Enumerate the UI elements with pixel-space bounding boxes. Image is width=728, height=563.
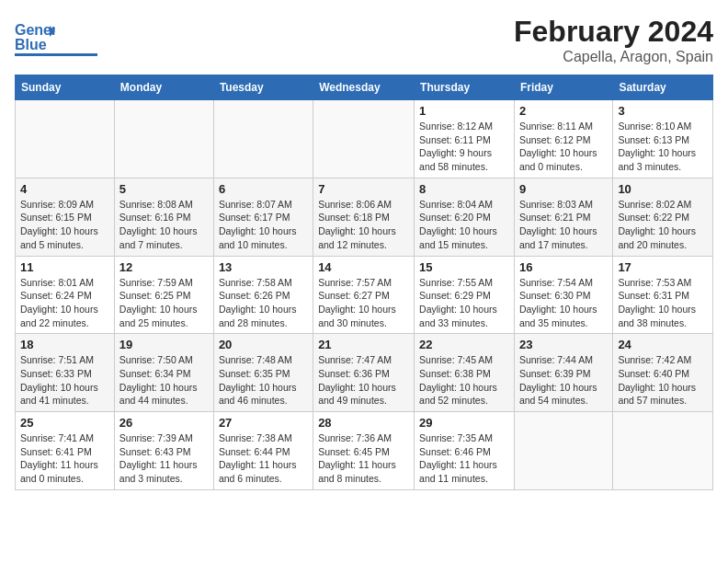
day-info: Sunrise: 7:45 AM Sunset: 6:38 PM Dayligh… xyxy=(419,353,509,408)
calendar-day-cell: 23Sunrise: 7:44 AM Sunset: 6:39 PM Dayli… xyxy=(514,334,612,412)
day-number: 25 xyxy=(20,416,109,430)
calendar-day-cell xyxy=(16,100,115,178)
day-info: Sunrise: 7:55 AM Sunset: 6:29 PM Dayligh… xyxy=(419,276,509,330)
day-number: 7 xyxy=(318,182,409,196)
day-info: Sunrise: 7:53 AM Sunset: 6:31 PM Dayligh… xyxy=(618,276,708,330)
day-of-week-header: SundayMondayTuesdayWednesdayThursdayFrid… xyxy=(16,75,713,100)
day-number: 5 xyxy=(119,182,209,196)
day-number: 19 xyxy=(119,338,209,351)
day-number: 26 xyxy=(119,416,209,430)
logo-icon: General Blue xyxy=(15,18,55,53)
day-number: 28 xyxy=(318,416,409,430)
day-number: 8 xyxy=(419,182,509,196)
calendar-week-row: 1Sunrise: 8:12 AM Sunset: 6:11 PM Daylig… xyxy=(16,100,713,178)
day-info: Sunrise: 8:01 AM Sunset: 6:24 PM Dayligh… xyxy=(20,276,109,330)
calendar-day-cell: 4Sunrise: 8:09 AM Sunset: 6:15 PM Daylig… xyxy=(16,178,115,256)
day-info: Sunrise: 7:59 AM Sunset: 6:25 PM Dayligh… xyxy=(119,276,209,330)
calendar-table: SundayMondayTuesdayWednesdayThursdayFrid… xyxy=(15,75,713,490)
day-number: 17 xyxy=(618,260,708,274)
calendar-day-cell xyxy=(613,412,713,490)
calendar-day-cell: 14Sunrise: 7:57 AM Sunset: 6:27 PM Dayli… xyxy=(313,256,415,334)
day-number: 4 xyxy=(20,182,109,196)
calendar-day-cell: 24Sunrise: 7:42 AM Sunset: 6:40 PM Dayli… xyxy=(613,334,713,412)
calendar-day-cell: 10Sunrise: 8:02 AM Sunset: 6:22 PM Dayli… xyxy=(613,178,713,256)
day-info: Sunrise: 7:35 AM Sunset: 6:46 PM Dayligh… xyxy=(419,431,509,486)
day-number: 12 xyxy=(119,260,209,274)
day-number: 27 xyxy=(219,416,308,430)
page-header: General Blue February 2024 Capella, Arag… xyxy=(15,15,713,65)
calendar-day-cell: 26Sunrise: 7:39 AM Sunset: 6:43 PM Dayli… xyxy=(114,412,213,490)
day-number: 23 xyxy=(519,338,608,351)
svg-text:General: General xyxy=(15,22,55,38)
day-info: Sunrise: 7:39 AM Sunset: 6:43 PM Dayligh… xyxy=(119,431,209,486)
day-number: 22 xyxy=(419,338,509,351)
day-info: Sunrise: 7:36 AM Sunset: 6:45 PM Dayligh… xyxy=(318,431,409,486)
dow-header-cell: Thursday xyxy=(415,75,515,100)
calendar-day-cell: 25Sunrise: 7:41 AM Sunset: 6:41 PM Dayli… xyxy=(16,412,115,490)
calendar-day-cell xyxy=(313,100,415,178)
dow-header-cell: Wednesday xyxy=(313,75,415,100)
calendar-day-cell: 6Sunrise: 8:07 AM Sunset: 6:17 PM Daylig… xyxy=(213,178,313,256)
title-block: February 2024 Capella, Aragon, Spain xyxy=(514,15,713,65)
calendar-day-cell: 18Sunrise: 7:51 AM Sunset: 6:33 PM Dayli… xyxy=(16,334,115,412)
day-number: 6 xyxy=(219,182,308,196)
day-info: Sunrise: 7:48 AM Sunset: 6:35 PM Dayligh… xyxy=(219,353,308,408)
calendar-day-cell: 16Sunrise: 7:54 AM Sunset: 6:30 PM Dayli… xyxy=(514,256,612,334)
calendar-day-cell: 9Sunrise: 8:03 AM Sunset: 6:21 PM Daylig… xyxy=(514,178,612,256)
day-info: Sunrise: 7:54 AM Sunset: 6:30 PM Dayligh… xyxy=(519,276,608,330)
day-number: 11 xyxy=(20,260,109,274)
day-number: 18 xyxy=(20,338,109,351)
day-info: Sunrise: 7:50 AM Sunset: 6:34 PM Dayligh… xyxy=(119,353,209,408)
dow-header-cell: Sunday xyxy=(16,75,115,100)
day-number: 10 xyxy=(618,182,708,196)
day-number: 2 xyxy=(519,104,608,118)
calendar-day-cell xyxy=(114,100,213,178)
day-info: Sunrise: 7:57 AM Sunset: 6:27 PM Dayligh… xyxy=(318,276,409,330)
day-info: Sunrise: 8:06 AM Sunset: 6:18 PM Dayligh… xyxy=(318,198,409,252)
logo-underline xyxy=(15,53,97,56)
day-info: Sunrise: 8:09 AM Sunset: 6:15 PM Dayligh… xyxy=(20,198,109,252)
day-info: Sunrise: 8:08 AM Sunset: 6:16 PM Dayligh… xyxy=(119,198,209,252)
calendar-day-cell: 27Sunrise: 7:38 AM Sunset: 6:44 PM Dayli… xyxy=(213,412,313,490)
calendar-day-cell: 5Sunrise: 8:08 AM Sunset: 6:16 PM Daylig… xyxy=(114,178,213,256)
calendar-day-cell: 12Sunrise: 7:59 AM Sunset: 6:25 PM Dayli… xyxy=(114,256,213,334)
calendar-week-row: 4Sunrise: 8:09 AM Sunset: 6:15 PM Daylig… xyxy=(16,178,713,256)
day-number: 16 xyxy=(519,260,608,274)
day-info: Sunrise: 8:07 AM Sunset: 6:17 PM Dayligh… xyxy=(219,198,308,252)
day-info: Sunrise: 7:38 AM Sunset: 6:44 PM Dayligh… xyxy=(219,431,308,486)
calendar-day-cell: 1Sunrise: 8:12 AM Sunset: 6:11 PM Daylig… xyxy=(415,100,515,178)
dow-header-cell: Friday xyxy=(514,75,612,100)
calendar-day-cell: 3Sunrise: 8:10 AM Sunset: 6:13 PM Daylig… xyxy=(613,100,713,178)
logo: General Blue xyxy=(15,15,97,56)
calendar-week-row: 18Sunrise: 7:51 AM Sunset: 6:33 PM Dayli… xyxy=(16,334,713,412)
day-number: 21 xyxy=(318,338,409,351)
calendar-day-cell: 19Sunrise: 7:50 AM Sunset: 6:34 PM Dayli… xyxy=(114,334,213,412)
day-info: Sunrise: 7:51 AM Sunset: 6:33 PM Dayligh… xyxy=(20,353,109,408)
calendar-day-cell: 22Sunrise: 7:45 AM Sunset: 6:38 PM Dayli… xyxy=(415,334,515,412)
day-number: 13 xyxy=(219,260,308,274)
day-info: Sunrise: 8:11 AM Sunset: 6:12 PM Dayligh… xyxy=(519,120,608,174)
calendar-day-cell: 28Sunrise: 7:36 AM Sunset: 6:45 PM Dayli… xyxy=(313,412,415,490)
day-number: 14 xyxy=(318,260,409,274)
svg-text:Blue: Blue xyxy=(15,37,47,52)
dow-header-cell: Monday xyxy=(114,75,213,100)
day-number: 15 xyxy=(419,260,509,274)
calendar-day-cell: 8Sunrise: 8:04 AM Sunset: 6:20 PM Daylig… xyxy=(415,178,515,256)
calendar-week-row: 11Sunrise: 8:01 AM Sunset: 6:24 PM Dayli… xyxy=(16,256,713,334)
day-number: 24 xyxy=(618,338,708,351)
calendar-day-cell xyxy=(213,100,313,178)
day-info: Sunrise: 8:04 AM Sunset: 6:20 PM Dayligh… xyxy=(419,198,509,252)
day-info: Sunrise: 7:47 AM Sunset: 6:36 PM Dayligh… xyxy=(318,353,409,408)
day-info: Sunrise: 8:12 AM Sunset: 6:11 PM Dayligh… xyxy=(419,120,509,174)
calendar-day-cell: 11Sunrise: 8:01 AM Sunset: 6:24 PM Dayli… xyxy=(16,256,115,334)
calendar-day-cell: 15Sunrise: 7:55 AM Sunset: 6:29 PM Dayli… xyxy=(415,256,515,334)
day-info: Sunrise: 7:44 AM Sunset: 6:39 PM Dayligh… xyxy=(519,353,608,408)
calendar-day-cell: 7Sunrise: 8:06 AM Sunset: 6:18 PM Daylig… xyxy=(313,178,415,256)
day-info: Sunrise: 7:42 AM Sunset: 6:40 PM Dayligh… xyxy=(618,353,708,408)
calendar-body: 1Sunrise: 8:12 AM Sunset: 6:11 PM Daylig… xyxy=(16,100,713,490)
day-number: 20 xyxy=(219,338,308,351)
page-subtitle: Capella, Aragon, Spain xyxy=(514,49,713,65)
day-info: Sunrise: 7:41 AM Sunset: 6:41 PM Dayligh… xyxy=(20,431,109,486)
day-info: Sunrise: 7:58 AM Sunset: 6:26 PM Dayligh… xyxy=(219,276,308,330)
day-number: 29 xyxy=(419,416,509,430)
